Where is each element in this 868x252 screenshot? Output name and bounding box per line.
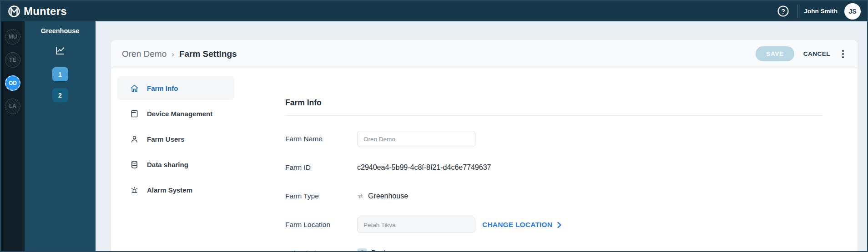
nav-label: Farm Users [147, 135, 185, 143]
farm-id-row: Farm ID c2940ea4-5b99-4c8f-8f21-d4c6e774… [285, 159, 822, 176]
nav-item-data-sharing[interactable]: Data sharing [117, 153, 234, 176]
home-icon [130, 84, 139, 93]
house-button-1[interactable]: 1 [52, 67, 68, 81]
subscription-type-value: Basic [371, 249, 389, 252]
topbar-divider [797, 5, 797, 18]
breadcrumb-farm[interactable]: Oren Demo [122, 49, 167, 59]
farm-location-input[interactable] [357, 217, 475, 233]
card-header: Oren Demo › Farm Settings SAVE CANCEL [111, 40, 858, 68]
section-title: Farm Info [285, 98, 822, 108]
farm-type-value: Greenhouse [368, 192, 408, 200]
top-bar: Munters ? John Smith JS [1, 1, 867, 21]
farm-id-value: c2940ea4-5b99-4c8f-8f21-d4c6e7749637 [357, 163, 491, 172]
chevron-right-icon [557, 222, 562, 228]
kebab-menu-icon[interactable] [839, 48, 847, 60]
nav-label: Device Management [147, 110, 212, 118]
page-title: Farm Settings [179, 49, 237, 59]
farm-type-icon [357, 193, 364, 199]
nav-label: Alarm System [147, 186, 192, 194]
user-avatar[interactable]: JS [844, 3, 861, 20]
subscription-type-row: Subscription Type Basic [285, 245, 822, 252]
database-icon [130, 160, 139, 169]
org-avatar-la[interactable]: LA [5, 99, 20, 114]
subscription-type-label: Subscription Type [285, 249, 357, 252]
change-location-label: CHANGE LOCATION [482, 221, 552, 229]
change-location-link[interactable]: CHANGE LOCATION [482, 221, 562, 229]
analytics-chart-icon[interactable] [55, 46, 66, 56]
farm-name-title: Greenhouse [41, 27, 80, 35]
settings-nav: Farm Info Device Management [117, 76, 253, 251]
breadcrumb: Oren Demo › Farm Settings [122, 49, 237, 59]
farm-location-label: Farm Location [285, 221, 357, 229]
help-icon[interactable]: ? [776, 4, 790, 18]
user-icon [130, 134, 139, 144]
section-divider [285, 115, 822, 116]
farm-type-label: Farm Type [285, 192, 357, 200]
farm-settings-card: Oren Demo › Farm Settings SAVE CANCEL [111, 40, 858, 251]
org-avatar-te[interactable]: TE [5, 52, 20, 68]
nav-item-farm-users[interactable]: Farm Users [117, 127, 234, 151]
alarm-siren-icon [130, 185, 139, 195]
farm-name-input[interactable] [357, 131, 475, 147]
chevron-right-icon: › [172, 49, 174, 59]
farm-name-row: Farm Name [285, 131, 822, 147]
farm-sidebar: Greenhouse 1 2 [25, 21, 96, 251]
nav-item-farm-info[interactable]: Farm Info [117, 76, 234, 100]
nav-item-device-management[interactable]: Device Management [117, 102, 234, 125]
svg-text:?: ? [781, 8, 785, 15]
brand-name: Munters [24, 5, 67, 18]
farm-name-label: Farm Name [285, 135, 357, 143]
nav-label: Farm Info [147, 84, 178, 92]
house-button-2[interactable]: 2 [52, 88, 68, 102]
content-area: Oren Demo › Farm Settings SAVE CANCEL [96, 21, 867, 251]
nav-label: Data sharing [147, 161, 188, 168]
nav-item-alarm-system[interactable]: Alarm System [117, 178, 234, 202]
cancel-button[interactable]: CANCEL [803, 50, 830, 57]
app-window: Munters ? John Smith JS MU TE OD LA Gree… [0, 0, 868, 252]
org-avatar-od[interactable]: OD [5, 75, 20, 91]
farm-type-row: Farm Type Greenhouse [285, 188, 822, 204]
brand-logo: Munters [8, 5, 67, 18]
user-name: John Smith [804, 8, 838, 15]
farm-id-label: Farm ID [285, 163, 357, 172]
save-button[interactable]: SAVE [756, 46, 794, 61]
farm-info-form: Farm Info Farm Name Farm ID c2940ea4-5b9… [253, 76, 858, 251]
device-icon [130, 109, 139, 119]
org-rail: MU TE OD LA [1, 21, 25, 251]
org-avatar-mu[interactable]: MU [5, 29, 20, 44]
munters-logo-icon [8, 5, 20, 18]
farm-location-row: Farm Location CHANGE LOCATION [285, 217, 822, 233]
subscription-tree-icon [357, 248, 367, 252]
